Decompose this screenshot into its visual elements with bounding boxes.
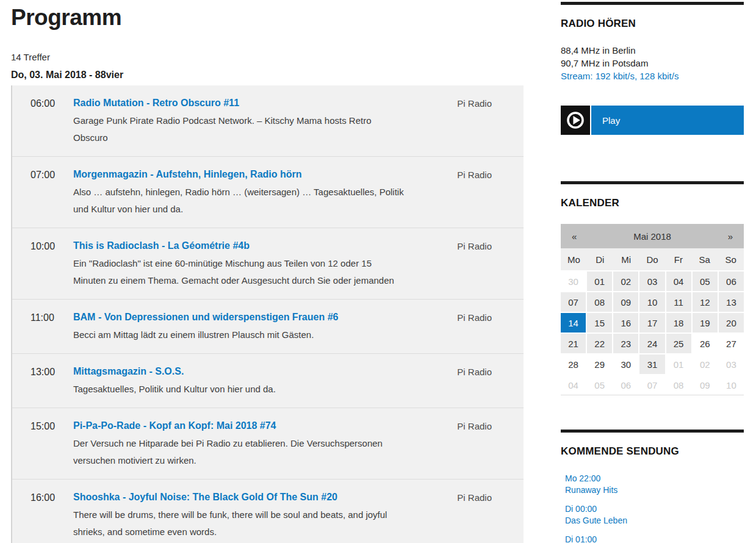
entry-time: 10:00	[31, 240, 73, 289]
weekday-label: Di	[587, 254, 613, 265]
entry-title-link[interactable]: Morgenmagazin - Aufstehn, Hinlegen, Radi…	[73, 169, 302, 180]
entry-description: There will be drums, there will be funk,…	[73, 506, 406, 541]
calendar-day[interactable]: 19	[693, 313, 718, 333]
calendar-day: 29	[587, 354, 612, 374]
program-entry: 06:00 Radio Mutation - Retro Obscuro #11…	[12, 85, 524, 156]
calendar-day[interactable]: 15	[587, 313, 612, 333]
calendar-day[interactable]: 10	[639, 292, 664, 312]
calendar-day[interactable]: 18	[666, 313, 691, 333]
entry-body: Pi-Pa-Po-Rade - Kopf an Kopf: Mai 2018 #…	[73, 420, 457, 469]
frequency-potsdam: 90,7 MHz in Potsdam	[561, 57, 744, 70]
stream-separator: ,	[635, 71, 639, 81]
stream-link-192[interactable]: Stream: 192 kbit/s	[561, 71, 635, 81]
entry-title-link[interactable]: BAM - Von Depressionen und widerspenstig…	[73, 312, 338, 323]
calendar-day[interactable]: 02	[613, 272, 638, 291]
entry-title-link[interactable]: Shooshka - Joyful Noise: The Black Gold …	[73, 492, 337, 503]
entry-time: 06:00	[31, 98, 73, 146]
calendar-day[interactable]: 09	[613, 292, 638, 312]
entry-station: Pi Radio	[457, 312, 492, 343]
calendar-day[interactable]: 07	[561, 292, 586, 312]
weekday-label: Sa	[691, 254, 718, 265]
entry-description: Tagesaktuelles, Politik und Kultur von h…	[73, 381, 406, 398]
entry-station: Pi Radio	[457, 98, 492, 146]
calendar-day: 04	[561, 375, 586, 395]
weekday-label: Fr	[665, 254, 691, 265]
calendar-day[interactable]: 05	[693, 272, 718, 291]
program-list: 06:00 Radio Mutation - Retro Obscuro #11…	[11, 85, 524, 543]
entry-station: Pi Radio	[457, 420, 492, 469]
upcoming-show-link[interactable]: Mo 22:00 Runaway Hits	[565, 473, 744, 496]
entry-time: 13:00	[31, 366, 73, 398]
calendar-day[interactable]: 13	[719, 292, 744, 312]
entry-time: 15:00	[31, 420, 73, 469]
calendar-day[interactable]: 17	[639, 313, 664, 333]
calendar-day[interactable]: 03	[639, 272, 664, 291]
calendar-day[interactable]: 11	[666, 292, 691, 312]
calendar-heading: KALENDER	[561, 197, 744, 209]
calendar-month-label: Mai 2018	[589, 231, 716, 242]
upcoming-heading: KOMMENDE SENDUNG	[561, 445, 744, 458]
calendar-prev-button[interactable]: «	[561, 231, 589, 242]
stream-link-128[interactable]: 128 kbit/s	[639, 71, 679, 81]
calendar-day[interactable]: 21	[561, 334, 586, 353]
calendar-day[interactable]: 12	[693, 292, 718, 312]
play-button[interactable]: Play	[561, 106, 744, 135]
calendar-next-button[interactable]: »	[716, 231, 744, 242]
upcoming-show-link[interactable]: Di 00:00 Das Gute Leben	[565, 503, 744, 527]
upcoming-show-time: Di 00:00	[565, 503, 744, 515]
play-circle-icon	[561, 106, 590, 135]
calendar-day[interactable]: 06	[719, 272, 744, 291]
section-divider	[561, 430, 744, 433]
calendar-day: 26	[693, 334, 718, 353]
calendar-day[interactable]: 04	[666, 272, 691, 291]
upcoming-show-title: Runaway Hits	[565, 484, 744, 496]
calendar-day[interactable]: 20	[719, 313, 744, 333]
calendar-day-selected[interactable]: 14	[561, 313, 586, 333]
entry-body: Morgenmagazin - Aufstehn, Hinlegen, Radi…	[73, 169, 457, 218]
program-entry: 10:00 This is Radioclash - La Géométrie …	[12, 228, 524, 299]
program-entry: 16:00 Shooshka - Joyful Noise: The Black…	[12, 479, 524, 543]
calendar-day[interactable]: 24	[639, 334, 664, 353]
upcoming-list: Mo 22:00 Runaway Hits Di 00:00 Das Gute …	[561, 473, 744, 543]
entry-title-link[interactable]: Radio Mutation - Retro Obscuro #11	[73, 98, 239, 109]
calendar-weekday-row: Mo Di Mi Do Fr Sa So	[561, 248, 744, 270]
calendar-day: 30	[561, 272, 586, 291]
entry-description: Garage Punk Pirate Radio Podcast Network…	[73, 112, 406, 146]
calendar-day: 10	[719, 375, 744, 395]
upcoming-show-link[interactable]: Di 01:00 88vier	[565, 534, 744, 543]
entry-station: Pi Radio	[457, 492, 492, 541]
calendar-month-header: « Mai 2018 »	[561, 224, 744, 248]
program-entry: 13:00 Mittagsmagazin - S.O.S. Tagesaktue…	[12, 353, 524, 408]
play-button-label: Play	[591, 106, 744, 135]
page-title: Programm	[11, 5, 524, 31]
entry-body: Shooshka - Joyful Noise: The Black Gold …	[73, 492, 457, 541]
date-heading: Do, 03. Mai 2018 - 88vier	[11, 70, 524, 81]
calendar-day[interactable]: 08	[587, 292, 612, 312]
calendar-day[interactable]: 25	[666, 334, 691, 353]
program-page: Programm 14 Treffer Do, 03. Mai 2018 - 8…	[11, 0, 524, 543]
entry-body: Mittagsmagazin - S.O.S. Tagesaktuelles, …	[73, 366, 457, 398]
entry-body: BAM - Von Depressionen und widerspenstig…	[73, 312, 457, 343]
entry-station: Pi Radio	[457, 366, 492, 398]
frequency-berlin: 88,4 MHz in Berlin	[561, 44, 744, 57]
entry-time: 11:00	[31, 312, 73, 343]
calendar-day[interactable]: 16	[613, 313, 638, 333]
entry-title-link[interactable]: Pi-Pa-Po-Rade - Kopf an Kopf: Mai 2018 #…	[73, 420, 276, 431]
calendar-day: 27	[719, 334, 744, 353]
entry-title-link[interactable]: Mittagsmagazin - S.O.S.	[73, 366, 184, 377]
calendar-day[interactable]: 22	[587, 334, 612, 353]
section-divider	[561, 2, 744, 5]
radio-listen-heading: RADIO HÖREN	[561, 18, 744, 30]
entry-station: Pi Radio	[457, 240, 492, 289]
calendar-day[interactable]: 31	[639, 354, 664, 374]
calendar-day: 07	[639, 375, 664, 395]
calendar-day[interactable]: 23	[613, 334, 638, 353]
calendar-day: 28	[561, 354, 586, 374]
entry-body: This is Radioclash - La Géométrie #4b Ei…	[73, 240, 457, 289]
calendar-day: 03	[719, 354, 744, 374]
weekday-label: So	[718, 254, 744, 265]
calendar-day: 09	[693, 375, 718, 395]
calendar-day[interactable]: 01	[587, 272, 612, 291]
results-count: 14 Treffer	[11, 52, 524, 62]
entry-title-link[interactable]: This is Radioclash - La Géométrie #4b	[73, 240, 250, 251]
